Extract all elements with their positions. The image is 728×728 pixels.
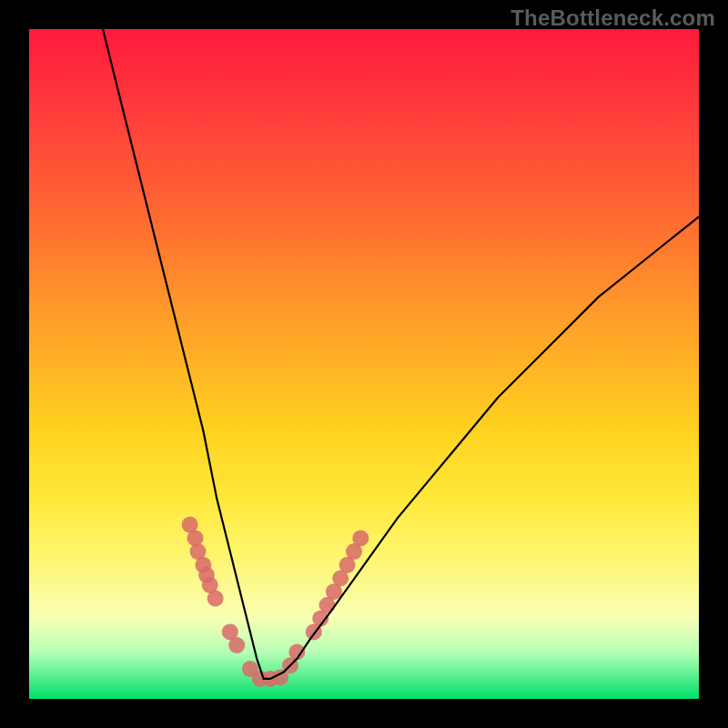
bottleneck-curve-path (103, 29, 699, 679)
chart-plot-area (29, 29, 699, 699)
chart-frame: TheBottleneck.com (0, 0, 728, 728)
highlight-markers (182, 517, 369, 687)
watermark-text: TheBottleneck.com (511, 5, 715, 31)
highlight-dot (352, 530, 369, 546)
highlight-dot (207, 591, 224, 607)
chart-svg (29, 29, 699, 699)
highlight-dot (228, 637, 245, 653)
